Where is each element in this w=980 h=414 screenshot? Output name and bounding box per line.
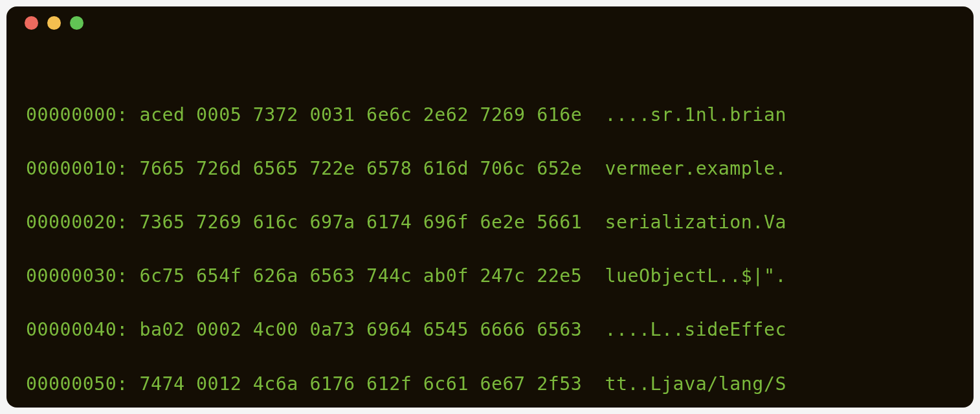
- hex-bytes: 6c75 654f 626a 6563 744c ab0f 247c 22e5: [139, 265, 582, 287]
- offset: 00000010:: [26, 158, 128, 179]
- offset: 00000030:: [26, 265, 128, 287]
- ascii: tt..Ljava/lang/S: [605, 373, 786, 395]
- hex-row: 00000040: ba02 0002 4c00 0a73 6964 6545 …: [26, 316, 954, 343]
- offset: 00000000:: [26, 104, 128, 125]
- hex-bytes: 7365 7269 616c 697a 6174 696f 6e2e 5661: [139, 212, 582, 233]
- hex-row: 00000030: 6c75 654f 626a 6563 744c ab0f …: [26, 263, 954, 290]
- titlebar: [6, 6, 974, 39]
- offset: 00000020:: [26, 212, 128, 233]
- hex-bytes: ba02 0002 4c00 0a73 6964 6545 6666 6563: [139, 319, 582, 340]
- terminal-content: 00000000: aced 0005 7372 0031 6e6c 2e62 …: [6, 39, 974, 408]
- ascii: ....L..sideEffec: [605, 319, 786, 340]
- ascii: serialization.Va: [605, 212, 786, 233]
- hex-row: 00000020: 7365 7269 616c 697a 6174 696f …: [26, 209, 954, 236]
- ascii: vermeer.example.: [605, 158, 786, 179]
- offset: 00000040:: [26, 319, 128, 340]
- hex-bytes: aced 0005 7372 0031 6e6c 2e62 7269 616e: [139, 104, 582, 125]
- ascii: ....sr.1nl.brian: [605, 104, 786, 125]
- minimize-button[interactable]: [47, 16, 61, 30]
- hex-bytes: 7665 726d 6565 722e 6578 616d 706c 652e: [139, 158, 582, 179]
- offset: 00000050:: [26, 373, 128, 395]
- hex-bytes: 7474 0012 4c6a 6176 612f 6c61 6e67 2f53: [139, 373, 582, 395]
- ascii: lueObjectL..$|".: [605, 265, 786, 287]
- close-button[interactable]: [25, 16, 38, 30]
- terminal-window: 00000000: aced 0005 7372 0031 6e6c 2e62 …: [6, 6, 974, 408]
- hex-row: 00000010: 7665 726d 6565 722e 6578 616d …: [26, 155, 954, 182]
- zoom-button[interactable]: [70, 16, 84, 30]
- hex-row: 00000000: aced 0005 7372 0031 6e6c 2e62 …: [26, 102, 954, 129]
- hex-row: 00000050: 7474 0012 4c6a 6176 612f 6c61 …: [26, 371, 954, 398]
